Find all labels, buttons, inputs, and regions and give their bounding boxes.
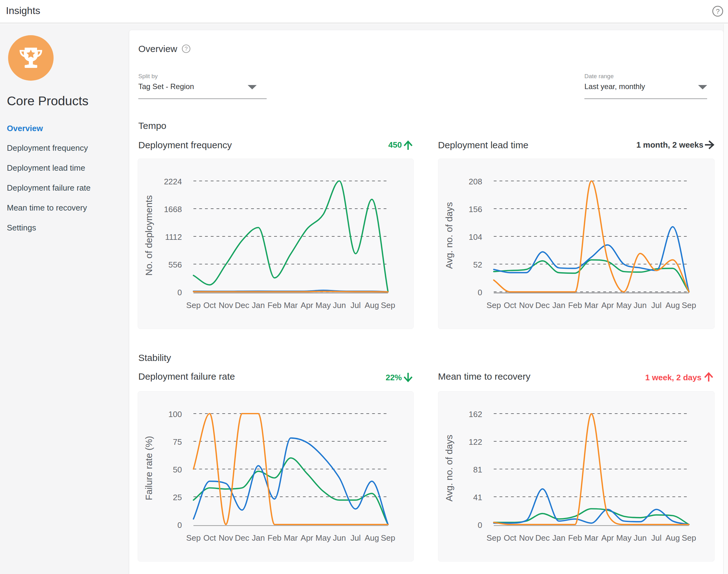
svg-text:1112: 1112 (165, 232, 182, 242)
svg-text:Aug: Aug (665, 533, 680, 542)
svg-text:208: 208 (469, 177, 482, 186)
svg-text:No. of deployments: No. of deployments (144, 195, 154, 276)
svg-text:Apr: Apr (300, 533, 313, 542)
svg-text:0: 0 (478, 521, 482, 530)
svg-text:104: 104 (469, 232, 482, 242)
svg-text:Jan: Jan (552, 300, 565, 310)
svg-text:162: 162 (469, 410, 482, 419)
svg-text:Jul: Jul (651, 533, 662, 542)
svg-text:81: 81 (473, 465, 482, 474)
svg-text:May: May (616, 300, 632, 310)
svg-text:Mar: Mar (284, 533, 298, 542)
svg-text:50: 50 (173, 465, 182, 474)
svg-text:Feb: Feb (268, 300, 282, 310)
svg-text:Nov: Nov (519, 300, 533, 310)
svg-text:1668: 1668 (164, 205, 182, 214)
svg-text:Sep: Sep (186, 300, 201, 310)
svg-text:Dec: Dec (535, 533, 550, 542)
svg-text:Dec: Dec (235, 533, 249, 542)
svg-text:Apr: Apr (601, 300, 614, 310)
svg-text:Oct: Oct (504, 533, 517, 542)
svg-text:Feb: Feb (268, 533, 282, 542)
svg-text:2224: 2224 (164, 177, 182, 186)
svg-text:Jul: Jul (351, 300, 361, 310)
svg-text:Jan: Jan (552, 533, 565, 542)
svg-text:Apr: Apr (601, 533, 614, 542)
svg-text:Nov: Nov (219, 300, 233, 310)
svg-text:Jan: Jan (252, 300, 265, 310)
svg-text:Jun: Jun (333, 300, 346, 310)
svg-text:Jul: Jul (351, 533, 361, 542)
svg-text:Sep: Sep (381, 300, 395, 310)
svg-text:122: 122 (469, 437, 482, 447)
svg-text:Sep: Sep (487, 533, 501, 542)
svg-text:?: ? (716, 7, 720, 15)
svg-text:Mar: Mar (284, 300, 298, 310)
svg-text:Dec: Dec (535, 300, 550, 310)
svg-text:25: 25 (173, 493, 182, 502)
svg-text:?: ? (185, 45, 188, 52)
svg-text:156: 156 (469, 205, 482, 214)
svg-text:Jan: Jan (252, 533, 265, 542)
svg-text:Sep: Sep (381, 533, 395, 542)
svg-text:Oct: Oct (203, 300, 216, 310)
svg-text:0: 0 (478, 288, 482, 297)
svg-text:Mar: Mar (584, 300, 598, 310)
svg-text:Failure rate (%): Failure rate (%) (144, 436, 154, 500)
svg-text:Jun: Jun (333, 533, 346, 542)
svg-text:75: 75 (173, 437, 182, 447)
svg-text:Jun: Jun (634, 533, 647, 542)
svg-text:Nov: Nov (219, 533, 233, 542)
svg-text:May: May (316, 300, 331, 310)
svg-text:0: 0 (177, 288, 182, 297)
svg-text:Feb: Feb (568, 300, 582, 310)
svg-text:Avg. no. of days: Avg. no. of days (444, 202, 454, 269)
svg-text:Sep: Sep (186, 533, 201, 542)
svg-text:Mar: Mar (584, 533, 598, 542)
svg-text:Aug: Aug (364, 533, 379, 542)
svg-text:Aug: Aug (665, 300, 680, 310)
svg-text:Sep: Sep (682, 300, 696, 310)
svg-text:Oct: Oct (504, 300, 517, 310)
svg-text:May: May (616, 533, 632, 542)
svg-text:Oct: Oct (203, 533, 216, 542)
svg-text:Avg. no. of days: Avg. no. of days (444, 435, 454, 502)
svg-text:May: May (316, 533, 331, 542)
svg-text:Jul: Jul (651, 300, 662, 310)
svg-text:100: 100 (168, 410, 182, 419)
svg-text:52: 52 (473, 260, 482, 270)
svg-text:0: 0 (177, 521, 182, 530)
svg-text:Sep: Sep (487, 300, 501, 310)
svg-text:41: 41 (473, 493, 482, 502)
svg-text:Dec: Dec (235, 300, 249, 310)
svg-text:Apr: Apr (300, 300, 313, 310)
svg-text:Sep: Sep (682, 533, 696, 542)
svg-text:Jun: Jun (634, 300, 647, 310)
svg-text:Aug: Aug (364, 300, 379, 310)
svg-text:Nov: Nov (519, 533, 533, 542)
svg-text:Feb: Feb (568, 533, 582, 542)
svg-text:556: 556 (168, 260, 182, 270)
